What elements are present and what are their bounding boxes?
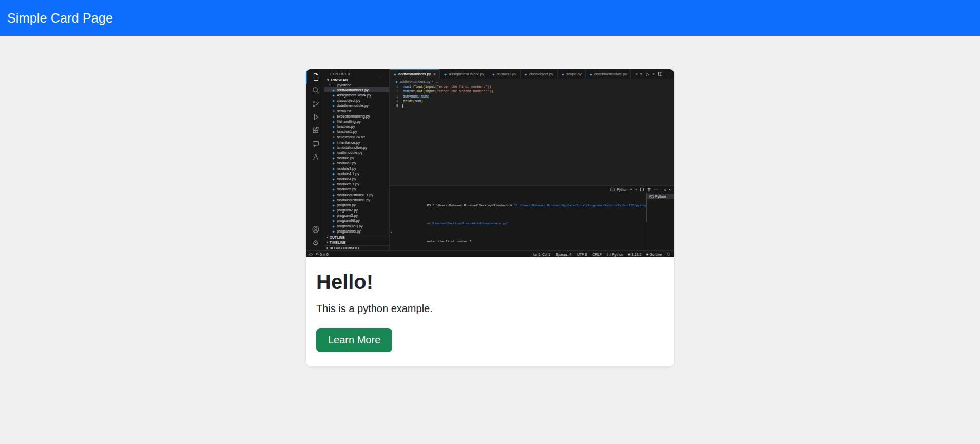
file-row[interactable]: filehandling.py xyxy=(324,119,389,124)
status-item[interactable]: 3.13.5 xyxy=(628,252,642,256)
file-name: inheritance.py xyxy=(337,140,360,145)
file-type-icon xyxy=(492,72,495,76)
status-item[interactable]: Python xyxy=(606,252,623,256)
line-number: 4 xyxy=(390,99,398,104)
chat-icon[interactable] xyxy=(306,137,324,150)
file-row[interactable]: module4.py xyxy=(324,176,389,181)
file-row[interactable]: function.py xyxy=(324,124,389,129)
terminal-dropdown-icon[interactable]: ∨ xyxy=(635,188,637,191)
account-icon[interactable] xyxy=(306,223,324,236)
source-control-icon[interactable] xyxy=(306,97,324,110)
editor-tab[interactable]: swaptwonumber.txt xyxy=(631,69,642,79)
file-row[interactable]: Assignment Work.py xyxy=(324,92,389,98)
problems-status[interactable]: ⊘ 0 △ 0 xyxy=(316,252,329,256)
close-icon[interactable]: × xyxy=(433,72,436,76)
editor-tab[interactable]: scope.py xyxy=(558,69,586,79)
file-row[interactable]: datetimemodule.py xyxy=(324,103,389,108)
editor-tab[interactable]: classobject.py xyxy=(521,69,558,79)
explorer-icon[interactable] xyxy=(306,70,324,84)
terminal-output[interactable]: PS C:\Users\Muhamed Rinshad\Desktop\Rins… xyxy=(390,193,647,250)
file-row[interactable]: module.py xyxy=(324,156,389,161)
editor-tab[interactable]: Assignment Work.py xyxy=(440,69,488,79)
file-row[interactable]: module2.py xyxy=(324,161,389,166)
new-terminal-icon[interactable]: + xyxy=(630,187,632,192)
file-row[interactable]: module5.1.py xyxy=(324,182,389,187)
remote-window-icon[interactable] xyxy=(309,252,313,257)
status-item[interactable]: CRLF xyxy=(591,253,602,256)
file-name: programms.py xyxy=(337,229,361,234)
sidebar-section-header[interactable]: › DEBUG CONSOLE xyxy=(324,245,389,250)
editor-tab[interactable]: datetimemodule.py xyxy=(586,69,631,79)
file-row[interactable]: exceptionhanling.py xyxy=(324,113,389,119)
run-dropdown-icon[interactable]: ∨ xyxy=(652,72,655,75)
sidebar-section-header[interactable]: › TIMELINE xyxy=(324,240,389,245)
sidebar-section-header[interactable]: › OUTLINE xyxy=(324,235,389,240)
run-python-icon[interactable]: ▷ xyxy=(646,72,649,76)
panel-actions: Python + ∨ ··· | ∧ × xyxy=(610,187,671,192)
status-item[interactable]: UTF-8 xyxy=(576,253,587,256)
line-number: 5 xyxy=(390,104,398,108)
activity-bar: ⚙ xyxy=(306,69,324,250)
breadcrumb-more[interactable]: … xyxy=(435,80,438,83)
explorer-title: EXPLORER xyxy=(330,72,350,76)
file-name: exceptionhanling.py xyxy=(337,114,370,119)
file-name: __pycache__ xyxy=(333,83,355,87)
learn-more-button[interactable]: Learn More xyxy=(316,328,392,352)
file-row[interactable]: modulequstions1.py xyxy=(324,197,389,202)
status-item-icon xyxy=(606,252,611,256)
file-row[interactable]: program3.py xyxy=(324,213,389,218)
run-debug-icon[interactable] xyxy=(306,110,324,124)
file-row[interactable]: module4.1.py xyxy=(324,171,389,176)
file-row[interactable]: program2.py xyxy=(324,208,389,213)
line-number: 1 xyxy=(390,85,398,89)
file-row[interactable]: program.py xyxy=(324,202,389,207)
notifications-bell-icon[interactable] xyxy=(666,252,670,256)
file-row[interactable]: programms.py xyxy=(324,228,389,234)
terminal-scrollbar[interactable] xyxy=(646,193,647,222)
breadcrumb[interactable]: addtwonumbers.py › … xyxy=(390,79,674,84)
terminal-list-item[interactable]: Python xyxy=(647,194,674,199)
status-item[interactable]: Spaces: 4 xyxy=(555,253,571,256)
file-row[interactable]: inheritance.py xyxy=(324,140,389,145)
settings-gear-icon[interactable]: ⚙ xyxy=(306,236,324,249)
file-row[interactable]: classobject.py xyxy=(324,98,389,103)
status-item[interactable]: Ln 5, Col 1 xyxy=(532,253,550,256)
file-row[interactable]: module3.py xyxy=(324,166,389,171)
editor-tab[interactable]: qustios1.py xyxy=(488,69,521,79)
file-row[interactable]: program321j.py xyxy=(324,223,389,228)
file-row[interactable]: modulequstions1.1.py xyxy=(324,192,389,197)
code-editor[interactable]: 1 num1=float(input("enter the first numb… xyxy=(390,84,674,185)
file-name: mathmodule.py xyxy=(337,150,362,155)
editor-tab[interactable]: addtwonumbers.py × xyxy=(390,69,440,79)
terminal-list-sidebar: Python xyxy=(647,193,674,250)
file-row[interactable]: __pycache__ xyxy=(324,82,389,87)
kill-terminal-icon[interactable] xyxy=(647,187,651,192)
breadcrumb-file[interactable]: addtwonumbers.py xyxy=(400,80,430,83)
file-name: program.py xyxy=(337,203,356,207)
search-icon[interactable] xyxy=(306,84,324,97)
navbar-brand[interactable]: Simple Card Page xyxy=(7,11,113,26)
status-item[interactable]: Go Live xyxy=(646,252,662,256)
file-row[interactable]: demo.txt xyxy=(324,108,389,113)
close-panel-icon[interactable]: × xyxy=(669,187,671,192)
testing-icon[interactable] xyxy=(306,150,324,164)
explorer-more-icon[interactable]: ··· xyxy=(379,72,385,76)
file-type-icon xyxy=(332,151,335,155)
split-editor-icon[interactable] xyxy=(658,71,663,76)
file-type-icon xyxy=(332,156,335,160)
maximize-panel-icon[interactable]: ∧ xyxy=(664,188,666,191)
file-row[interactable]: function1.py xyxy=(324,129,389,134)
extensions-icon[interactable] xyxy=(306,124,324,137)
file-row[interactable]: program98.py xyxy=(324,218,389,223)
terminal-profile-badge[interactable]: Python xyxy=(610,187,627,192)
sidebar-sections: › OUTLINE › TIMELINE › DEBUG CONSOLE xyxy=(324,235,389,250)
more-actions-icon[interactable]: ··· xyxy=(666,72,670,76)
file-row[interactable]: helloworld124.txt xyxy=(324,134,389,140)
split-terminal-icon[interactable] xyxy=(640,187,644,192)
panel-more-icon[interactable]: ··· xyxy=(654,187,658,192)
file-row[interactable]: module5.py xyxy=(324,187,389,192)
file-row[interactable]: lambdafunction.py xyxy=(324,145,389,150)
file-row[interactable]: mathmodule.py xyxy=(324,150,389,155)
explorer-root-folder[interactable]: ∨ RINSHAD xyxy=(324,77,389,82)
file-row[interactable]: addtwonumbers.py xyxy=(324,87,389,92)
